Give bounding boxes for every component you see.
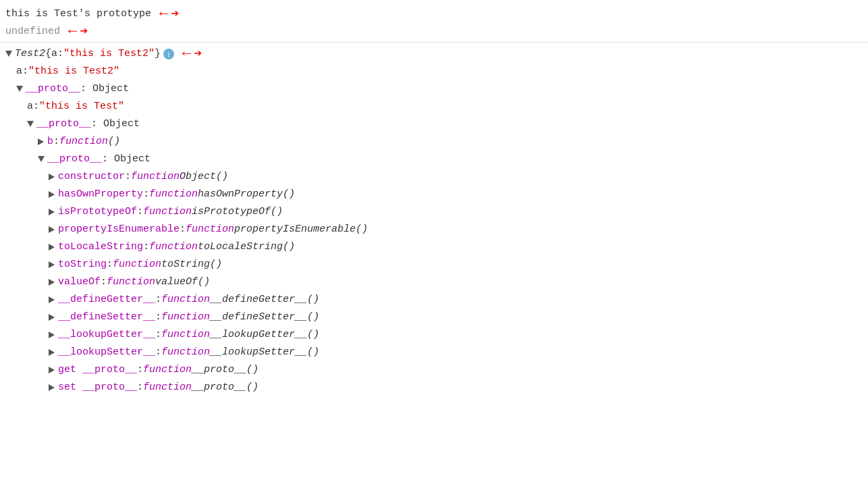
line-lookupGetter: __lookupGetter__ : function __lookupGett… <box>0 326 868 344</box>
info-icon[interactable]: i <box>163 49 174 59</box>
line-hasOwnProperty: hasOwnProperty : function hasOwnProperty… <box>0 186 868 203</box>
proto3-colon: : Object <box>102 152 151 167</box>
valueOf-colon: : <box>101 275 107 290</box>
get-proto-fn-name: __proto__() <box>192 363 259 377</box>
a-key-1: a: <box>16 64 28 79</box>
toLocaleString-fn-name: toLocaleString() <box>198 240 295 255</box>
a-key-2: a: <box>27 99 39 114</box>
proto1-text: __proto__ <box>26 82 80 97</box>
line-b-func: b : function () <box>0 133 868 151</box>
line-valueOf: valueOf : function valueOf() <box>0 273 868 291</box>
lookupSetter-key: __lookupSetter__ <box>58 345 155 360</box>
lookupSetter-colon: : <box>155 345 161 360</box>
proto1-colon: : Object <box>80 82 129 97</box>
lookupGetter-fn-name: __lookupGetter__() <box>210 328 319 342</box>
line-a-test2: a: "this is Test2" <box>0 63 868 80</box>
console-output: this is Test's prototype ← ➔ undefined ←… <box>0 5 868 396</box>
test2-open-brace: {a: <box>45 47 63 61</box>
tri-right-set-proto[interactable] <box>49 384 55 391</box>
arrow-1: ← <box>159 7 168 22</box>
tri-right-valueOf[interactable] <box>49 279 55 286</box>
lookupGetter-fn: function <box>161 328 210 342</box>
lookupGetter-colon: : <box>155 328 161 342</box>
constructor-fn-name: Object() <box>180 169 228 184</box>
isPrototypeOf-fn: function <box>143 205 192 219</box>
toLocaleString-fn: function <box>149 240 198 255</box>
defineGetter-key: __defineGetter__ <box>58 292 155 307</box>
tri-right-b[interactable] <box>38 138 45 145</box>
propertyIsEnumerable-colon: : <box>180 222 186 237</box>
constructor-colon: : <box>125 169 131 184</box>
tri-down-test2[interactable] <box>5 51 12 57</box>
a-val-2: "this is Test" <box>39 99 124 114</box>
tri-down-proto2[interactable] <box>27 121 34 128</box>
set-proto-key: set __proto__ <box>58 380 137 395</box>
proto3-text: __proto__ <box>47 152 102 167</box>
line-a-test: a: "this is Test" <box>0 98 868 115</box>
valueOf-fn-name: valueOf() <box>155 275 210 290</box>
constructor-fn: function <box>131 169 180 184</box>
hasOwnProperty-key: hasOwnProperty <box>58 187 143 202</box>
line-proto2: __proto__ : Object <box>0 115 868 133</box>
b-key: b <box>47 134 53 149</box>
tri-right-propertyIsEnumerable[interactable] <box>49 226 55 233</box>
tri-right-toString[interactable] <box>49 261 55 268</box>
tri-right-isPrototypeOf[interactable] <box>49 209 55 215</box>
valueOf-key: valueOf <box>58 275 101 290</box>
tri-right-defineGetter[interactable] <box>49 296 55 303</box>
tri-right-lookupSetter[interactable] <box>49 349 55 356</box>
line-constructor: constructor : function Object() <box>0 168 868 186</box>
tri-down-proto1[interactable] <box>16 86 23 93</box>
b-colon: : <box>53 134 59 149</box>
tri-down-proto3[interactable] <box>38 156 45 163</box>
toString-fn-name: toString() <box>161 257 222 272</box>
lookupGetter-key: __lookupGetter__ <box>58 328 155 342</box>
line-test2-obj: Test2 {a: "this is Test2" } i ← ➔ <box>0 45 868 63</box>
constructor-key: constructor <box>58 169 125 184</box>
tri-right-defineSetter[interactable] <box>49 314 55 321</box>
line-prototype: this is Test's prototype ← ➔ <box>0 5 868 23</box>
undefined-text: undefined <box>5 24 60 39</box>
line-defineGetter: __defineGetter__ : function __defineGett… <box>0 291 868 309</box>
set-proto-colon: : <box>137 380 143 395</box>
set-proto-fn-name: __proto__() <box>192 380 259 395</box>
lookupSetter-fn-name: __lookupSetter__() <box>210 345 319 360</box>
line-propertyIsEnumerable: propertyIsEnumerable : function property… <box>0 221 868 238</box>
propertyIsEnumerable-key: propertyIsEnumerable <box>58 222 180 237</box>
line-proto1: __proto__ : Object <box>0 80 868 98</box>
toLocaleString-colon: : <box>143 240 149 255</box>
line-lookupSetter: __lookupSetter__ : function __lookupSett… <box>0 344 868 361</box>
isPrototypeOf-fn-name: isPrototypeOf() <box>192 205 283 219</box>
isPrototypeOf-colon: : <box>137 205 143 219</box>
line-isPrototypeOf: isPrototypeOf : function isPrototypeOf() <box>0 203 868 221</box>
get-proto-key: get __proto__ <box>58 363 137 377</box>
defineSetter-key: __defineSetter__ <box>58 310 155 325</box>
defineGetter-fn: function <box>161 292 210 307</box>
line-defineSetter: __defineSetter__ : function __defineSett… <box>0 309 868 326</box>
test2-name: Test2 <box>15 47 45 61</box>
defineGetter-colon: : <box>155 292 161 307</box>
b-fn-keyword: function <box>59 134 108 149</box>
tri-right-lookupGetter[interactable] <box>49 332 55 338</box>
toLocaleString-key: toLocaleString <box>58 240 143 255</box>
arrow-2: ← <box>68 24 77 39</box>
defineSetter-fn-name: __defineSetter__() <box>210 310 319 325</box>
defineSetter-colon: : <box>155 310 161 325</box>
propertyIsEnumerable-fn-name: propertyIsEnumerable() <box>234 222 368 237</box>
lookupSetter-fn: function <box>161 345 210 360</box>
tri-right-constructor[interactable] <box>49 174 55 180</box>
tri-right-get-proto[interactable] <box>49 367 55 373</box>
red-arrow-glyph-3: ➔ <box>194 47 202 61</box>
tri-right-toLocaleString[interactable] <box>49 244 55 251</box>
tri-right-hasOwnProperty[interactable] <box>49 191 55 198</box>
test2-close-brace: } <box>155 47 161 61</box>
line-get-proto: get __proto__ : function __proto__() <box>0 361 868 379</box>
a-val-1: "this is Test2" <box>28 64 119 79</box>
line-toLocaleString: toLocaleString : function toLocaleString… <box>0 238 868 256</box>
hasOwnProperty-colon: : <box>143 187 149 202</box>
isPrototypeOf-key: isPrototypeOf <box>58 205 137 219</box>
propertyIsEnumerable-fn: function <box>186 222 234 237</box>
line-proto3: __proto__ : Object <box>0 151 868 168</box>
proto2-colon: : Object <box>91 117 140 132</box>
set-proto-fn: function <box>143 380 192 395</box>
